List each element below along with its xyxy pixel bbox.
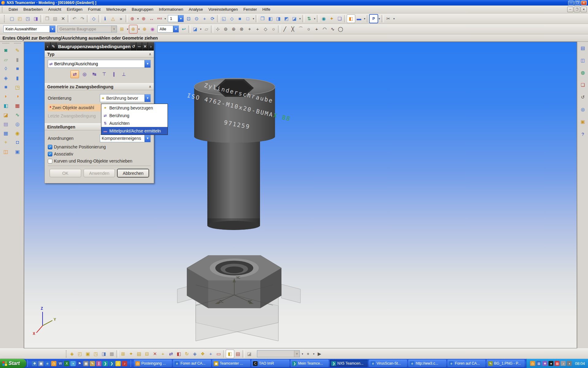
combo-arrow-icon[interactable]: ▼ xyxy=(173,26,179,32)
view-cube-2-icon[interactable]: ◨ xyxy=(274,15,282,23)
sketch-icon[interactable]: ◙ xyxy=(2,46,10,54)
security-center-icon[interactable]: ❖ xyxy=(32,361,37,366)
navigate-target-icon[interactable]: ⌖ xyxy=(304,350,312,358)
alert-app-icon[interactable]: ⚠ xyxy=(115,361,121,366)
snap-center-icon[interactable]: ⌖ xyxy=(246,25,254,33)
minimize-button[interactable]: ─ xyxy=(568,1,574,5)
task-button[interactable]: ▣ Teamcenter ... xyxy=(212,360,250,367)
menu-item[interactable]: Bearbeiten xyxy=(21,6,45,13)
constraint-type-combo[interactable]: ⇄ Berührung/Ausrichtung ▼ xyxy=(48,60,151,68)
datum-point-icon[interactable]: ⊕ xyxy=(140,15,148,23)
close-button[interactable]: ✕ xyxy=(581,1,587,5)
combo-arrow-icon[interactable]: ▼ xyxy=(145,60,150,67)
measure-icon[interactable]: △ xyxy=(109,15,117,23)
tray-virusscan-icon[interactable]: ▨ xyxy=(555,361,560,366)
line-tool-icon[interactable]: ╱ xyxy=(281,25,289,33)
dimension-icon[interactable]: ↔ xyxy=(148,15,156,23)
new-file-icon[interactable]: ▢ xyxy=(8,15,16,23)
substitute-component-icon[interactable]: ❖ xyxy=(199,350,207,358)
tray-vpn-icon[interactable]: ❖ xyxy=(542,361,547,366)
pattern-feature-icon[interactable]: ▦ xyxy=(2,129,10,137)
combo-arrow-icon[interactable]: ▼ xyxy=(145,135,150,142)
drag-handles-icon[interactable]: + xyxy=(207,350,215,358)
child-minimize-button[interactable]: ─ xyxy=(567,7,573,12)
tray-volume-icon[interactable]: ♪ xyxy=(561,361,566,366)
zoom-icon[interactable]: ⊙ xyxy=(193,15,201,23)
snap-point-icon[interactable]: ⊕ xyxy=(230,25,238,33)
snap-filter-alt-icon[interactable]: ⊕ xyxy=(141,25,149,33)
snap-filter-icon[interactable]: ⊕ xyxy=(129,25,137,33)
task-button[interactable]: ❯ Mein Teamce... xyxy=(291,360,329,367)
exploded-view-icon[interactable]: ◪ xyxy=(245,350,253,358)
checkbox-row[interactable]: ✓ Assoziativ xyxy=(48,151,151,156)
web-browser-icon[interactable]: ◎ xyxy=(579,105,587,113)
copy-icon[interactable]: ❐ xyxy=(43,15,51,23)
block-alt-icon[interactable]: ■ xyxy=(13,65,21,73)
open-component-icon[interactable]: ◰ xyxy=(76,350,84,358)
snap-node-icon[interactable]: ◇ xyxy=(262,25,270,33)
extrude-icon[interactable]: ◊ xyxy=(2,65,10,73)
anordnungen-combo[interactable]: Komponenteneigens ▼ xyxy=(100,134,151,142)
perpendicular-icon[interactable]: ⊥ xyxy=(119,70,128,78)
block-icon[interactable]: ■ xyxy=(2,83,10,91)
menu-item[interactable]: Analyse xyxy=(186,6,205,13)
ok-button[interactable]: OK xyxy=(50,169,81,177)
dropdown-option[interactable]: ⇅ Ausrichten xyxy=(101,119,168,127)
mate-constraint-icon[interactable]: ⇄ xyxy=(167,350,175,358)
section-typ[interactable]: Typ ∧ xyxy=(45,51,154,58)
xyz-coords-icon[interactable]: XYZ xyxy=(156,15,164,23)
task-button[interactable]: e Foren auf CA... xyxy=(447,360,485,367)
arc-tool-icon[interactable]: ⌒ xyxy=(297,25,305,33)
anwenden-button[interactable]: Anwenden xyxy=(84,169,115,177)
sketch-edit-icon[interactable]: ✎ xyxy=(13,46,21,54)
make-work-part-icon[interactable]: ◳ xyxy=(92,350,100,358)
pan-icon[interactable]: + xyxy=(201,15,209,23)
datum-plane-display-icon[interactable]: ▱ xyxy=(202,25,210,33)
menu-item[interactable]: Ansicht xyxy=(45,6,64,13)
snap-circle-icon[interactable]: ○ xyxy=(270,25,277,33)
task-button[interactable]: ❯ NX5 Teamcen... xyxy=(330,360,368,367)
sequence-icon[interactable]: ▤ xyxy=(234,350,242,358)
paste-icon[interactable]: ▤ xyxy=(51,15,59,23)
task-button[interactable]: e Foren auf CA... xyxy=(173,360,211,367)
fillet-tool-icon[interactable]: ◠ xyxy=(321,25,329,33)
rotate-view-icon[interactable]: ⟳ xyxy=(209,15,217,23)
play-sequence-icon[interactable]: ▶ xyxy=(315,350,323,358)
undo-icon[interactable]: ↶ xyxy=(70,15,78,23)
boss-stud-icon[interactable]: ▮ xyxy=(13,56,21,63)
assembly-navigator-icon[interactable]: ▤ xyxy=(579,44,587,52)
hole-icon[interactable]: ◉ xyxy=(13,129,21,137)
task-button[interactable]: e VirusScan-St... xyxy=(369,360,407,367)
datum-plane-icon[interactable]: ▱ xyxy=(2,56,10,63)
menu-item[interactable]: Baugruppen xyxy=(129,6,156,13)
concentric-icon[interactable]: ◎ xyxy=(80,70,89,78)
lotus-notes-icon[interactable]: ◷ xyxy=(51,361,56,366)
fix-icon[interactable]: ⊤ xyxy=(100,70,108,78)
delete-icon[interactable]: ✕ xyxy=(59,15,67,23)
dialog-nav-forward-button[interactable]: › xyxy=(148,42,154,51)
tray-lotus-icon[interactable]: ◷ xyxy=(530,361,535,366)
distance-icon[interactable]: ↹ xyxy=(90,70,99,78)
redo-icon[interactable]: ↷ xyxy=(78,15,86,23)
snap-quadrant-icon[interactable]: + xyxy=(254,25,262,33)
displayed-part-icon[interactable]: ◧ xyxy=(347,15,355,23)
nx-viewer-icon[interactable]: ❯ xyxy=(109,361,114,366)
component-array-icon[interactable]: ⊟ xyxy=(143,350,151,358)
menu-item[interactable]: Einfügen xyxy=(64,6,85,13)
reposition-component-icon[interactable]: ↻ xyxy=(183,350,191,358)
menu-item[interactable]: Voreinstellungen xyxy=(206,6,241,13)
checkbox[interactable] xyxy=(48,159,52,163)
color-palette-icon[interactable]: ◉ xyxy=(149,25,156,33)
thread-icon[interactable]: ▤ xyxy=(2,120,10,128)
shaded-cube-icon[interactable]: ◪ xyxy=(191,25,199,33)
paint-icon[interactable]: ◗ xyxy=(70,361,76,366)
fit-view-icon[interactable]: ⊡ xyxy=(185,15,193,23)
open-icon[interactable]: ◰ xyxy=(16,15,24,23)
dialog-reset-button[interactable]: ↺ xyxy=(130,42,136,51)
tray-status-dot-icon[interactable]: ● xyxy=(548,361,553,366)
camera-icon[interactable]: ◉ xyxy=(320,15,328,23)
shell-icon[interactable]: ◪ xyxy=(2,111,10,119)
clearance-check-icon[interactable]: ▭ xyxy=(215,350,223,358)
ghost-component-icon[interactable]: ▩ xyxy=(108,350,116,358)
checkbox-row[interactable]: ✓ Dynamische Positionierung xyxy=(48,144,151,149)
